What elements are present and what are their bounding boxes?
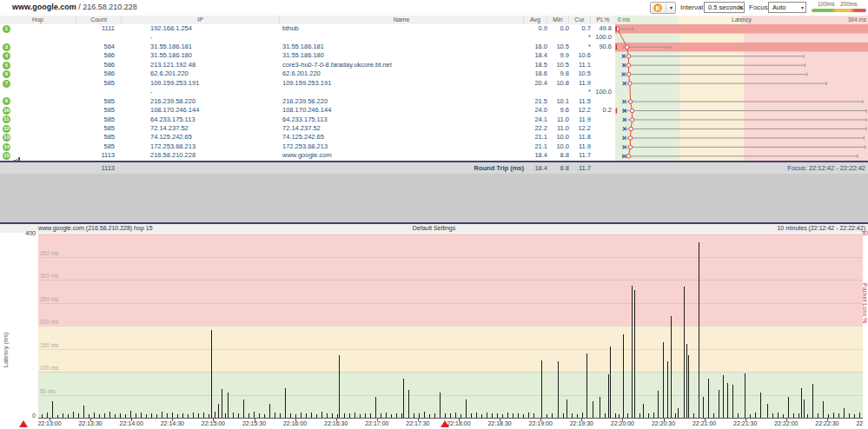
cell-name: 109.159.253.191 <box>282 79 523 89</box>
latency-sample-bar <box>47 412 48 418</box>
latency-sample-bar <box>243 399 244 418</box>
latency-sample-bar <box>634 290 635 418</box>
cell-cur: 10.5 <box>569 69 591 79</box>
cell-ip: 108.170.246.144 <box>150 106 277 116</box>
latency-sample-bar <box>89 414 89 418</box>
target-ip: / 216.58.210.228 <box>78 3 137 11</box>
latency-sample-bar <box>619 414 620 418</box>
alert-marker-icon[interactable] <box>441 420 449 427</box>
latency-sample-bar <box>605 413 606 418</box>
cell-min: 10.0 <box>547 133 569 142</box>
cell-count: 585 <box>76 106 115 116</box>
cell-ip: 74.125.242.65 <box>150 133 277 142</box>
latency-sample-bar <box>167 413 168 418</box>
header-avg[interactable]: Avg <box>524 16 547 24</box>
latency-sample-bar <box>222 389 222 418</box>
table-row[interactable]: 1158564.233.175.11364.233.175.11324.111.… <box>0 116 615 124</box>
header-min[interactable]: Min <box>547 16 569 24</box>
table-row[interactable]: 10585108.170.246.144108.170.246.14424.09… <box>0 106 615 115</box>
table-row[interactable]: 9585216.239.58.220216.239.58.22021.510.1… <box>0 97 615 106</box>
latency-sample-bar <box>429 414 430 418</box>
latency-sample-bar <box>125 414 126 418</box>
latency-column[interactable]: Latency 0 ms 394 ms <box>615 16 868 161</box>
latency-sample-bar <box>798 413 799 418</box>
hop-table-body: 11111192.168.1.254bthub0.90.00.749.8-*10… <box>0 24 615 161</box>
cell-name: bthub <box>282 24 523 34</box>
time-axis-label: 22:13:00 <box>38 420 71 426</box>
table-row[interactable]: 1258572.14.237.5272.14.237.5222.211.012.… <box>0 124 615 133</box>
table-row[interactable]: 356431.55.186.18131.55.186.18116.010.5*9… <box>0 43 615 51</box>
latency-time-plot[interactable]: 350 ms300 ms250 ms200 ms150 ms100 ms50 m… <box>38 234 863 419</box>
latency-sample-bar <box>396 413 397 418</box>
legend-100ms-label: 100ms <box>818 1 835 7</box>
y-axis-title: Latency (ms) <box>3 289 9 367</box>
latency-sample-bar <box>280 413 281 418</box>
cell-pl: 49.8 <box>591 24 612 34</box>
interval-select[interactable]: 0.5 seconds▾ <box>704 2 745 13</box>
latency-sample-bar <box>177 414 178 418</box>
cell-name: 74.125.242.65 <box>282 133 523 142</box>
header-count[interactable]: Count <box>76 16 122 24</box>
hop-number-badge: 5 <box>3 62 10 69</box>
latency-sample-bar <box>370 413 371 418</box>
table-row[interactable]: -*100.0 <box>0 33 615 42</box>
latency-sample-bar <box>471 413 472 418</box>
latency-sample-bar <box>360 414 361 418</box>
alert-marker-icon[interactable] <box>19 420 28 427</box>
latency-sample-bar <box>586 353 587 418</box>
latency-sample-bar <box>497 413 498 418</box>
latency-sample-bar <box>844 408 845 418</box>
gridline <box>38 257 863 258</box>
cell-ip: 31.55.186.180 <box>150 51 277 61</box>
table-row[interactable]: 658662.6.201.22062.6.201.22018.69.810.5 <box>0 69 615 78</box>
header-ip[interactable]: IP <box>122 16 280 24</box>
time-axis-label: 22:19:00 <box>519 420 562 426</box>
gridline <box>38 372 863 373</box>
latency-sample-bar <box>248 413 249 418</box>
cell-avg: 18.5 <box>524 61 547 70</box>
chevron-down-icon[interactable]: ▾ <box>670 3 673 13</box>
latency-sample-bar <box>492 413 493 418</box>
cell-avg: 18.4 <box>524 51 547 61</box>
gridline <box>38 280 863 280</box>
cell-min: 10.5 <box>547 43 569 52</box>
cell-min: 10.0 <box>547 142 569 152</box>
latency-sample-bar <box>332 413 333 418</box>
latency-sample-bar <box>306 413 307 418</box>
table-row[interactable]: 7585109.159.253.191109.159.253.19120.410… <box>0 79 615 88</box>
table-row[interactable]: 151113216.58.210.228www.google.com18.48.… <box>0 151 615 160</box>
cell-name: 62.6.201.220 <box>282 69 523 79</box>
pause-button[interactable]: ▾ <box>650 2 676 14</box>
latency-sample-bar <box>57 415 58 418</box>
header-cur[interactable]: Cur <box>569 16 591 24</box>
latency-sample-bar <box>708 379 709 418</box>
latency-sample-bar <box>513 413 514 418</box>
interval-value: 0.5 seconds <box>708 3 743 11</box>
table-row[interactable]: 11111192.168.1.254bthub0.90.00.749.8 <box>0 24 615 33</box>
latency-sample-bar <box>639 413 640 418</box>
header-hop[interactable]: Hop <box>0 16 76 24</box>
latency-sample-bar <box>408 390 409 418</box>
hop-number-badge: 11 <box>3 116 10 123</box>
cell-ip: - <box>150 33 277 43</box>
latency-sample-bar <box>136 413 136 418</box>
latency-sample-bar <box>684 287 685 418</box>
header-name[interactable]: Name <box>280 16 524 24</box>
latency-sample-bar <box>182 413 183 418</box>
table-row[interactable]: 5586213.121.192.48core3-hu0-7-0-8.farada… <box>0 61 615 69</box>
cell-cur: * <box>569 88 591 97</box>
time-axis-label: 22:21:30 <box>724 420 767 426</box>
table-row[interactable]: 1358574.125.242.6574.125.242.6521.110.01… <box>0 133 615 142</box>
latency-sample-bar <box>172 412 173 418</box>
cell-ip: 216.239.58.220 <box>150 97 277 107</box>
gridline-label: 50 ms <box>40 388 56 394</box>
latency-sample-bar <box>440 393 441 418</box>
focus-select[interactable]: Auto▾ <box>768 2 806 13</box>
gridline-label: 300 ms <box>40 273 58 279</box>
latency-sample-bar <box>162 412 162 418</box>
header-pl[interactable]: PL% <box>591 16 615 24</box>
table-row[interactable]: -*100.0 <box>0 88 615 96</box>
table-row[interactable]: 458631.55.186.18031.55.186.18018.49.910.… <box>0 51 615 60</box>
latency-sample-bar <box>466 399 467 418</box>
table-row[interactable]: 14585172.253.68.213172.253.68.21321.110.… <box>0 142 615 151</box>
